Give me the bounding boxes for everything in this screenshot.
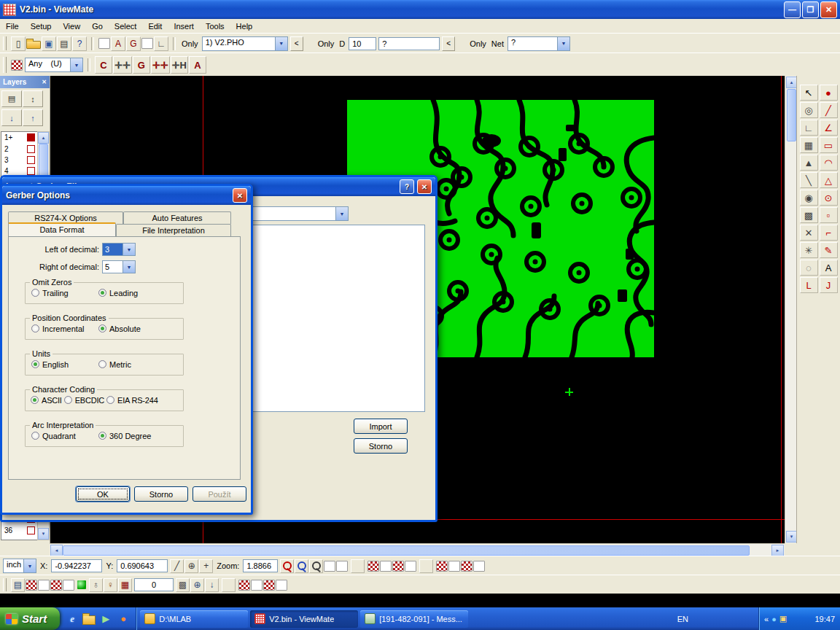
burst-icon[interactable]: ✳ — [800, 242, 818, 258]
scroll-left-icon[interactable]: ◄ — [50, 545, 63, 556]
grid-table-icon[interactable]: ▦ — [118, 578, 132, 592]
center-tool-icon[interactable]: C — [95, 56, 112, 74]
print-icon[interactable]: ▤ — [57, 36, 71, 51]
dropdown-arrow-icon[interactable]: ▼ — [70, 58, 82, 71]
layer-color-box[interactable] — [27, 526, 35, 534]
dropdown-arrow-icon[interactable]: ▼ — [23, 559, 36, 572]
dropdown-arrow-icon[interactable]: ▼ — [557, 37, 569, 50]
measure-angle-icon[interactable]: ∟ — [154, 36, 168, 51]
layers-close-icon[interactable]: ✕ — [42, 79, 47, 85]
pad-pattern-icon[interactable] — [380, 561, 392, 572]
pad-pattern-icon[interactable] — [448, 561, 460, 572]
scroll-down-icon[interactable]: ▼ — [786, 531, 797, 542]
aperture-type-combo[interactable]: Any (U) ▼ — [25, 58, 83, 72]
text-a-icon[interactable]: A — [820, 260, 838, 276]
units-combo[interactable]: inch ▼ — [3, 559, 36, 573]
radio-icon[interactable] — [106, 396, 114, 404]
radio-icon[interactable] — [64, 396, 72, 404]
radio-icon[interactable] — [31, 360, 39, 368]
text-tool-icon[interactable]: A — [189, 56, 206, 74]
apply-button[interactable]: Použít — [192, 486, 246, 502]
dialog-close-button[interactable]: ✕ — [417, 179, 432, 194]
radio-ascii[interactable]: ASCII — [31, 394, 62, 405]
j-hook-icon[interactable]: J — [820, 277, 838, 293]
pad-pattern-icon[interactable] — [436, 561, 448, 572]
dot-grid-icon[interactable]: ▩ — [176, 578, 190, 592]
radio-trailing[interactable]: Trailing — [31, 287, 96, 298]
radio-icon[interactable] — [31, 432, 39, 440]
aperture-select-icon[interactable] — [11, 60, 23, 71]
scroll-down-icon[interactable]: ▼ — [38, 528, 49, 540]
radio-leading[interactable]: Leading — [98, 287, 138, 298]
browser-icon[interactable]: ● — [116, 611, 131, 627]
open-file-icon[interactable] — [26, 41, 41, 49]
snap-pair-red-icon[interactable]: ✛✛ — [151, 56, 170, 74]
dropdown-arrow-icon[interactable]: ▼ — [122, 244, 135, 255]
radio-incremental[interactable]: Incremental — [31, 323, 96, 334]
only-dcode-label[interactable]: Only — [316, 39, 336, 48]
rings-icon[interactable]: ◉ — [800, 190, 818, 206]
gerber-icon[interactable]: G — [126, 36, 141, 51]
tray-update-icon[interactable]: ● — [771, 615, 777, 623]
minimize-button[interactable]: — — [784, 1, 801, 18]
zoom-window-icon[interactable] — [295, 559, 308, 573]
new-file-icon[interactable]: ▯ — [11, 36, 26, 51]
pad-pattern-icon[interactable] — [461, 561, 472, 572]
probe-icon[interactable]: ♁ — [89, 578, 103, 592]
polyline-tool-icon[interactable]: ∠ — [820, 120, 838, 136]
grid-toggle-icon[interactable] — [324, 561, 335, 572]
only-layer-label[interactable]: Only — [180, 39, 200, 48]
dotted-circle-icon[interactable]: ◌ — [800, 260, 818, 276]
draw-line-status-icon[interactable]: ╱ — [170, 559, 184, 573]
save-icon[interactable]: ▣ — [42, 36, 56, 51]
layer-row[interactable]: 2 — [1, 143, 37, 154]
menu-item[interactable]: File — [0, 20, 25, 32]
tab-data-format[interactable]: Data Format — [8, 222, 116, 236]
slash-icon[interactable]: ╲ — [800, 172, 818, 188]
pad-pattern-icon[interactable] — [473, 561, 485, 572]
trace-tile-icon[interactable] — [38, 580, 50, 591]
dimension-icon[interactable]: A — [111, 36, 125, 51]
scroll-thumb[interactable] — [787, 89, 796, 141]
radio-english[interactable]: English — [31, 359, 96, 370]
prev-layer-button[interactable]: < — [290, 36, 303, 51]
pencil-tool-icon[interactable]: ✎ — [820, 242, 838, 258]
radio-absolute[interactable]: Absolute — [98, 323, 141, 334]
layer-color-box[interactable] — [27, 145, 35, 153]
layers-panel-header[interactable]: Layers ✕ — [0, 76, 50, 88]
arc-tool-icon[interactable]: ◠ — [820, 155, 838, 171]
menu-item[interactable]: View — [57, 20, 86, 32]
circle-tool-icon[interactable]: ⊙ — [820, 190, 838, 206]
select-cursor-icon[interactable]: ↖ — [800, 85, 818, 101]
radio-quadrant[interactable]: Quadrant — [31, 430, 96, 441]
grid-dark-icon[interactable] — [336, 561, 348, 572]
radio-icon[interactable] — [98, 360, 106, 368]
tab-auto-features[interactable]: Auto Features — [123, 211, 231, 224]
close-button[interactable]: ✕ — [820, 1, 837, 18]
snap-circle-icon[interactable]: ◎ — [800, 102, 818, 118]
line-tool-icon[interactable]: ╱ — [820, 102, 838, 118]
aperture-list-icon[interactable] — [98, 38, 110, 49]
context-help-icon[interactable]: ? — [72, 36, 87, 51]
dropdown-arrow-icon[interactable]: ▼ — [122, 261, 135, 273]
mirror-icon[interactable]: ▲ — [800, 155, 818, 171]
ie-icon[interactable]: e — [65, 611, 79, 627]
down-arrow-icon[interactable]: ↓ — [205, 578, 219, 592]
dropdown-arrow-icon[interactable]: ▼ — [335, 207, 348, 220]
folder-window-icon[interactable] — [82, 615, 96, 625]
goto-tool-icon[interactable]: G — [133, 56, 150, 74]
player-icon[interactable]: ▶ — [98, 611, 113, 627]
dcode-field[interactable]: 10 — [349, 37, 376, 50]
layer-down-icon[interactable]: ↓ — [1, 109, 22, 126]
language-indicator[interactable]: EN — [672, 615, 694, 623]
radio-ebcdic[interactable]: EBCDIC — [64, 394, 104, 405]
zoom-in-icon[interactable] — [280, 559, 294, 573]
triangle-tool-icon[interactable]: △ — [820, 172, 838, 188]
snap-h-icon[interactable]: ✛H — [171, 56, 188, 74]
pad-tile2-icon[interactable] — [50, 580, 62, 591]
scroll-up-icon[interactable]: ▲ — [786, 77, 797, 88]
dashed-rect-icon[interactable]: ▫ — [820, 207, 838, 223]
layer-up-icon[interactable]: ↑ — [23, 109, 43, 126]
menu-item[interactable]: Edit — [142, 20, 168, 32]
prev-dcode-button[interactable]: < — [442, 36, 455, 51]
